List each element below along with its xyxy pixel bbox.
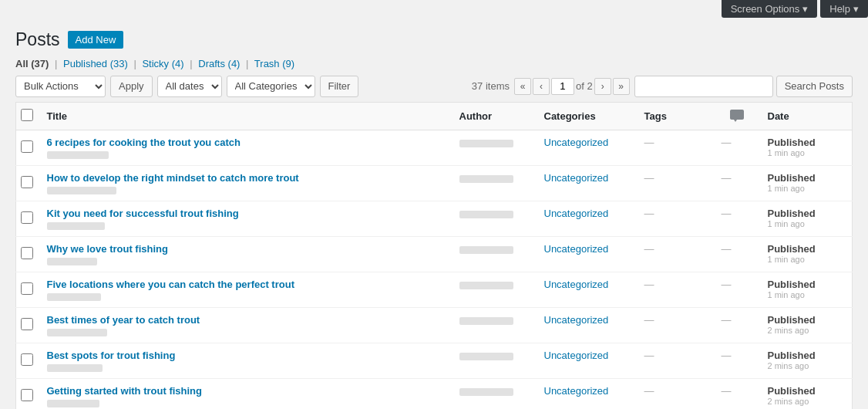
row-title-cell-5: Five locations where you can catch the p… (39, 272, 452, 307)
post-title-link-8[interactable]: Getting started with trout fishing (47, 385, 203, 397)
row-tags-cell-8: — (637, 378, 714, 409)
search-input[interactable] (634, 76, 773, 97)
comments-dash-8: — (722, 385, 732, 397)
date-status-7: Published (768, 350, 845, 361)
row-date-cell-3: Published 1 min ago (760, 201, 853, 236)
post-title-link-3[interactable]: Kit you need for successful trout fishin… (47, 208, 239, 219)
comments-dash-3: — (722, 208, 732, 219)
post-title-link-5[interactable]: Five locations where you can catch the p… (47, 279, 294, 290)
subnav-trash[interactable]: Trash (9) (254, 58, 294, 69)
row-category-cell-3: Uncategorized (537, 201, 637, 236)
row-checkbox-1[interactable] (21, 140, 33, 153)
col-header-title[interactable]: Title (39, 102, 452, 130)
row-checkbox-cell (16, 272, 39, 307)
author-placeholder-6 (459, 317, 513, 325)
next-page-button[interactable]: › (594, 78, 611, 95)
subnav-all[interactable]: All (37) (15, 58, 49, 69)
col-header-date[interactable]: Date (760, 102, 853, 130)
category-link-5[interactable]: Uncategorized (544, 279, 609, 290)
col-header-comments[interactable] (714, 102, 760, 130)
row-comments-cell-4: — (714, 236, 760, 272)
col-header-author[interactable]: Author (452, 102, 537, 130)
row-checkbox-3[interactable] (21, 211, 33, 224)
table-row: Kit you need for successful trout fishin… (16, 201, 853, 236)
post-title-link-4[interactable]: Why we love trout fishing (47, 243, 168, 255)
row-author-cell-6 (452, 307, 537, 343)
row-title-cell-4: Why we love trout fishing (39, 236, 452, 272)
toolbar-right: 37 items « ‹ of 2 › » Search Posts (472, 76, 853, 97)
row-title-cell-7: Best spots for trout fishing (39, 343, 452, 378)
row-checkbox-4[interactable] (21, 247, 33, 259)
row-category-cell-6: Uncategorized (537, 307, 637, 343)
category-link-1[interactable]: Uncategorized (544, 137, 609, 148)
row-checkbox-5[interactable] (21, 282, 33, 295)
date-status-2: Published (768, 172, 845, 184)
row-date-cell-8: Published 2 mins ago (760, 378, 853, 409)
dates-select[interactable]: All dates (157, 76, 222, 97)
apply-button[interactable]: Apply (110, 76, 153, 97)
row-checkbox-cell (16, 201, 39, 236)
first-page-button[interactable]: « (514, 78, 531, 95)
category-link-3[interactable]: Uncategorized (544, 208, 609, 219)
search-posts-button[interactable]: Search Posts (776, 76, 853, 97)
add-new-button[interactable]: Add New (68, 31, 124, 49)
last-page-button[interactable]: » (613, 78, 630, 95)
table-row: Getting started with trout fishing Uncat… (16, 378, 853, 409)
post-title-link-1[interactable]: 6 recipes for cooking the trout you catc… (47, 137, 241, 148)
date-time-8: 2 mins ago (768, 397, 845, 406)
row-checkbox-2[interactable] (21, 176, 33, 188)
page-number-input[interactable] (551, 78, 574, 95)
select-all-checkbox[interactable] (21, 109, 33, 121)
category-link-8[interactable]: Uncategorized (544, 385, 609, 397)
table-row: Best spots for trout fishing Uncategoriz… (16, 343, 853, 378)
author-bar-4 (47, 258, 97, 265)
row-date-cell-1: Published 1 min ago (760, 130, 853, 165)
help-button[interactable]: Help ▾ (820, 0, 868, 18)
date-time-6: 2 mins ago (768, 326, 845, 335)
author-placeholder-7 (459, 353, 513, 360)
date-status-8: Published (768, 385, 845, 397)
tags-dash-7: — (644, 350, 654, 361)
author-bar-6 (47, 329, 107, 336)
filter-button[interactable]: Filter (320, 76, 359, 97)
post-title-link-7[interactable]: Best spots for trout fishing (47, 350, 176, 361)
category-link-7[interactable]: Uncategorized (544, 350, 609, 361)
col-header-categories[interactable]: Categories (537, 102, 637, 130)
post-title-link-6[interactable]: Best times of year to catch trout (47, 314, 200, 326)
row-author-cell-4 (452, 236, 537, 272)
row-category-cell-4: Uncategorized (537, 236, 637, 272)
sep-2: | (133, 58, 136, 69)
prev-page-button[interactable]: ‹ (533, 78, 550, 95)
row-checkbox-7[interactable] (21, 353, 33, 366)
row-checkbox-8[interactable] (21, 389, 33, 401)
post-title-link-2[interactable]: How to develop the right mindset to catc… (47, 172, 299, 184)
tags-dash-5: — (644, 279, 654, 290)
tags-dash-6: — (644, 314, 654, 326)
author-placeholder-2 (459, 175, 513, 183)
subnav-drafts[interactable]: Drafts (4) (198, 58, 240, 69)
date-status-3: Published (768, 208, 845, 219)
subnav-published[interactable]: Published (33) (63, 58, 128, 69)
author-bar-2 (47, 187, 116, 194)
row-checkbox-6[interactable] (21, 318, 33, 330)
search-wrap: Search Posts (634, 76, 853, 97)
col-header-tags[interactable]: Tags (637, 102, 714, 130)
comments-dash-6: — (722, 314, 732, 326)
table-row: 6 recipes for cooking the trout you catc… (16, 130, 853, 165)
author-bar-1 (47, 151, 109, 159)
row-author-cell-1 (452, 130, 537, 165)
date-time-5: 1 min ago (768, 290, 845, 299)
row-checkbox-cell (16, 307, 39, 343)
category-link-6[interactable]: Uncategorized (544, 314, 609, 326)
date-status-4: Published (768, 243, 845, 255)
row-tags-cell-7: — (637, 343, 714, 378)
screen-options-label: Screen Options (731, 3, 800, 15)
bulk-actions-select[interactable]: Bulk Actions Edit Move to Trash (15, 76, 106, 97)
tags-dash-2: — (644, 172, 654, 184)
category-link-4[interactable]: Uncategorized (544, 243, 609, 255)
categories-select[interactable]: All Categories (227, 76, 315, 97)
subnav-sticky[interactable]: Sticky (4) (142, 58, 183, 69)
screen-options-button[interactable]: Screen Options ▾ (722, 0, 818, 18)
category-link-2[interactable]: Uncategorized (544, 172, 609, 184)
row-tags-cell-5: — (637, 272, 714, 307)
